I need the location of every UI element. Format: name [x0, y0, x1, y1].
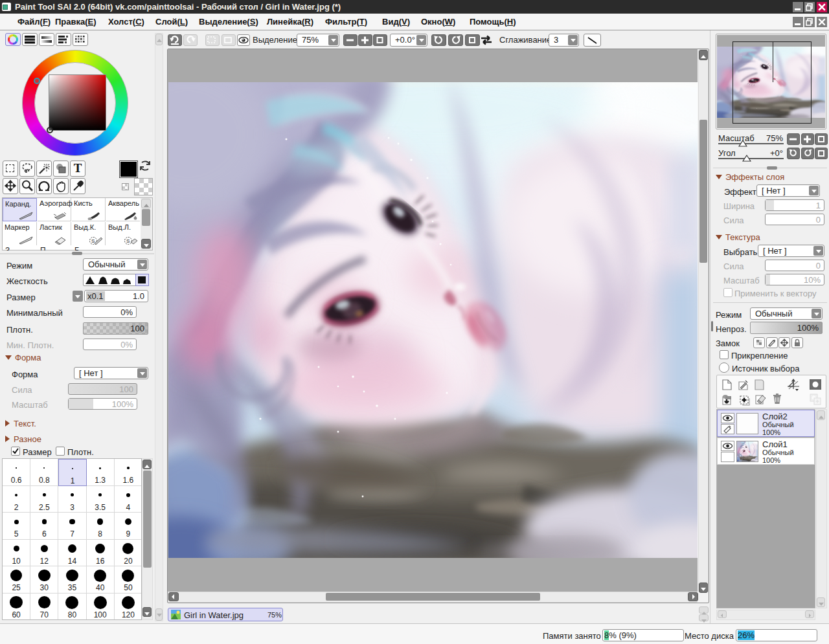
svg-text:S: S: [126, 238, 130, 244]
svg-text:S: S: [91, 238, 95, 244]
